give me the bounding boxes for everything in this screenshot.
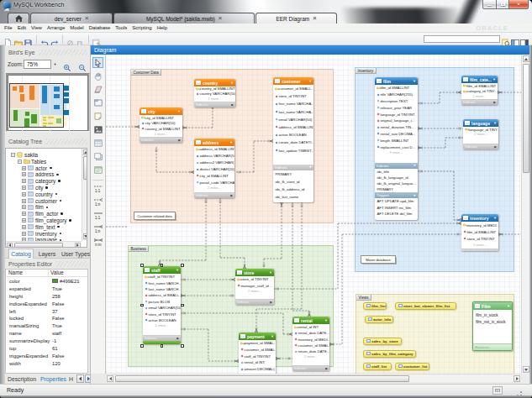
tree-expander-icon[interactable]: + (22, 232, 26, 236)
document-tab-dev_server[interactable]: dev_server× (30, 13, 113, 24)
table-language[interactable]: language▼language_id TINY...2 more...Ind… (463, 119, 498, 149)
view-tool[interactable] (92, 151, 103, 162)
tab-properties[interactable]: Properties (40, 374, 67, 384)
property-row-height[interactable]: height258 (6, 292, 88, 300)
collapse-caret-icon[interactable]: ▼ (177, 109, 181, 113)
view-nicer_but_slower_film_list[interactable]: nicer_but_slower_film_list (395, 302, 456, 310)
new-diagram-icon[interactable] (92, 35, 101, 44)
tree-scroll-right[interactable] (75, 243, 81, 249)
tab-close-icon[interactable]: × (313, 17, 316, 20)
table-store[interactable]: store▼store_id TINYINTmanager_staff_id .… (235, 269, 274, 305)
view-sales_by_film_category[interactable]: sales_by_film_category (363, 350, 416, 358)
selection-handle[interactable] (181, 264, 184, 267)
menu-arrange[interactable]: Arrange (45, 25, 67, 30)
table-header[interactable]: staff▼ (143, 266, 181, 274)
property-row-top[interactable]: top61 (6, 345, 88, 353)
tree-vscrollbar[interactable] (82, 149, 87, 241)
table-film_cate[interactable]: film_cate...▼film_id SMALLINTcategory_id… (461, 76, 498, 105)
table-payment[interactable]: payment▼payment_id SMAL...customer_id SM… (239, 333, 276, 374)
open-folder-icon[interactable] (14, 35, 23, 44)
routine-group-header[interactable]: Film▼ (473, 302, 512, 310)
tree-item-film_text[interactable]: +film_text (22, 223, 87, 230)
table-header[interactable]: rental▼ (292, 317, 329, 324)
tree-item-actor[interactable]: +actor (22, 165, 87, 171)
tree-expander-icon[interactable]: + (22, 186, 26, 190)
collapse-caret-icon[interactable]: ▼ (308, 79, 312, 83)
rel-1-n-tool[interactable]: 1:n (92, 223, 103, 234)
note-customer-related-data[interactable]: Customer related data (134, 212, 176, 220)
tree-expander-icon[interactable]: + (22, 218, 26, 223)
collapse-caret-icon[interactable]: ▼ (493, 216, 497, 220)
property-row-left[interactable]: left37 (6, 307, 88, 315)
view-film_list[interactable]: film_list (363, 302, 387, 310)
table-header[interactable]: inventory▼ (461, 214, 498, 222)
menu-file[interactable]: File (2, 25, 15, 30)
tree-item-inventory[interactable]: +inventory (22, 230, 87, 237)
tree-item-city[interactable]: +city (22, 184, 87, 191)
tree-expander-icon[interactable]: + (22, 205, 26, 209)
eraser-tool[interactable] (92, 84, 103, 95)
routine-group-tool[interactable] (92, 165, 103, 175)
selection-handle[interactable] (140, 344, 144, 348)
tab-h[interactable]: H (69, 374, 76, 384)
collapse-caret-icon[interactable]: ▼ (176, 268, 179, 272)
zoom-value-input[interactable]: 75% (24, 60, 51, 69)
selection-handle[interactable] (181, 344, 184, 348)
no-symbol-icon[interactable] (66, 35, 75, 44)
property-row-summarizeDisplay[interactable]: summarizeDisplay-1 (6, 338, 88, 345)
indexes-footer[interactable]: Indexes▶ (140, 137, 182, 144)
tree-vscroll-thumb[interactable] (83, 156, 87, 180)
table-header[interactable]: film_cate...▼ (461, 76, 498, 83)
rel-n-m-tool[interactable]: n:m (92, 237, 103, 248)
zoom-in-icon[interactable] (63, 60, 71, 69)
tree-scroll-up[interactable] (83, 149, 87, 155)
indexes-footer[interactable]: Indexes▶ (463, 144, 498, 150)
home-tab[interactable] (8, 13, 29, 24)
indexes-footer[interactable]: Indexes▶ (143, 335, 181, 342)
tree-item-film_category[interactable]: +film_category (22, 217, 87, 223)
pointer-tool[interactable] (92, 57, 103, 68)
tab-layers[interactable]: Layers (37, 249, 57, 259)
view-actor_info[interactable]: actor_info (365, 316, 393, 323)
zoom-dropdown-button[interactable]: ▼ (51, 60, 59, 69)
vscroll-thumb[interactable] (523, 64, 529, 173)
rel-1-1-tool[interactable]: 1:1 (92, 210, 103, 221)
maximize-button[interactable] (496, 0, 508, 9)
collapse-caret-icon[interactable]: ▼ (230, 81, 234, 85)
menu-scripting[interactable]: Scripting (129, 25, 154, 30)
tree-scroll-left[interactable] (7, 243, 13, 249)
redo-icon[interactable] (50, 35, 59, 44)
section-header-triggers[interactable]: Triggers▼ (375, 192, 418, 198)
table-header[interactable]: film▼ (375, 77, 418, 85)
search-input[interactable] (424, 35, 500, 43)
property-row-indicesExpanded[interactable]: indicesExpandedFalse (6, 300, 88, 307)
tree-expander-icon[interactable]: − (11, 153, 15, 157)
tree-item-tables-folder[interactable]: −Tables (18, 158, 87, 165)
tree-expander-icon[interactable]: − (18, 160, 22, 164)
table-city[interactable]: city▼city_id SMALLINTcity VARCHAR(50)cou… (140, 107, 182, 143)
save-icon[interactable] (24, 35, 33, 44)
tree-item-address[interactable]: +address (22, 171, 87, 178)
document-tab-EER[interactable]: EER Diagram× (255, 13, 337, 24)
selection-handle[interactable] (181, 304, 184, 307)
document-tab-MySQL[interactable]: MySQL Model* (sakila.mwb)× (113, 13, 255, 24)
table-country[interactable]: country▼country_id SMALLINTcountry VARCH… (194, 79, 235, 107)
tree-scroll-down[interactable] (83, 233, 87, 239)
selection-handle[interactable] (140, 264, 144, 267)
property-row-name[interactable]: namestaff (6, 330, 88, 338)
tree-hscrollbar[interactable] (6, 241, 82, 248)
grid-toggle-icon[interactable] (492, 386, 503, 395)
diagram-canvas[interactable]: Customer DataInventoryBusinessViewscount… (106, 55, 521, 374)
property-row-triggersExpanded[interactable]: triggersExpandedFalse (6, 353, 88, 360)
indexes-footer[interactable]: Indexes▶ (461, 99, 498, 106)
view-staff_list[interactable]: staff_list (363, 363, 392, 370)
tab-description[interactable]: Description (8, 374, 38, 384)
table-inventory[interactable]: inventory▼inventory_id MEDI...film_id SM… (461, 214, 498, 251)
selection-handle[interactable] (161, 264, 164, 267)
table-header[interactable]: store▼ (235, 269, 274, 276)
table-film[interactable]: film▼film_id SMALLINTtitle VARCHAR(255)d… (375, 77, 418, 220)
hand-tool[interactable] (92, 71, 103, 81)
indexes-footer[interactable]: Indexes▶ (194, 192, 234, 199)
property-row-color[interactable]: color#499E21 (6, 278, 88, 285)
tree-item-film[interactable]: +film (22, 204, 87, 211)
